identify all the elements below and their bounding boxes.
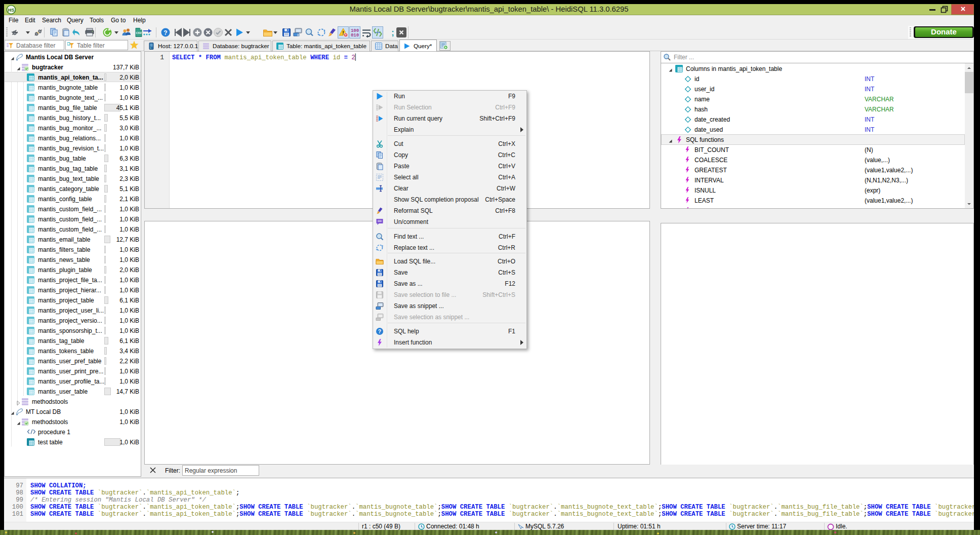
svg-text:?: ? bbox=[378, 328, 381, 334]
svg-text:CSV: CSV bbox=[136, 31, 142, 34]
svg-text:;: ; bbox=[391, 28, 394, 37]
svg-text:010: 010 bbox=[351, 33, 359, 38]
svg-text:?: ? bbox=[164, 29, 167, 36]
